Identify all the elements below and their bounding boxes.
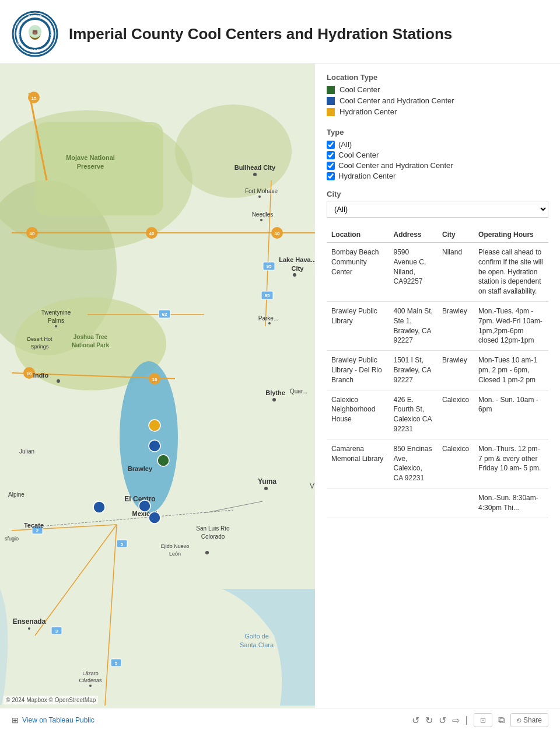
svg-text:PUBLIC: PUBLIC: [29, 15, 42, 18]
filter-title: Type: [327, 128, 548, 137]
row5-hours: Mon.-Thurs. 12 pm- 7 pm & every other Fr…: [474, 439, 548, 488]
forward-icon[interactable]: ⇨: [452, 715, 460, 726]
tableau-public-link[interactable]: View on Tableau Public: [22, 716, 94, 724]
col-hours: Operating Hours: [474, 227, 548, 243]
row4-hours: Mon. - Sun. 10am - 6pm: [474, 390, 548, 439]
refresh-icon[interactable]: ↺: [439, 715, 446, 726]
svg-text:Desert Hot: Desert Hot: [27, 336, 52, 342]
svg-point-109: [139, 500, 150, 512]
svg-text:Julian: Julian: [19, 448, 34, 455]
svg-text:Joshua Tree: Joshua Tree: [74, 334, 108, 340]
share-main-button[interactable]: ⎋ Share: [510, 713, 548, 727]
svg-text:10: 10: [152, 377, 158, 382]
redo-icon[interactable]: ↻: [425, 715, 433, 726]
page-header: PUBLIC HEALTH IMPERIAL COUNTY CALIFORNIA…: [0, 0, 560, 64]
footer-right[interactable]: ↺ ↻ ↺ ⇨ | ⊡ ⧉ ⎋ Share: [412, 713, 548, 727]
svg-text:City: City: [292, 265, 304, 272]
row1-location: Bombay Beach Community Center: [327, 243, 388, 302]
svg-point-94: [28, 627, 30, 630]
hydration-color: [327, 108, 335, 116]
row3-city: Brawley: [438, 351, 474, 390]
filter-cool-label: Cool Center: [338, 151, 379, 159]
svg-text:CALIFORNIA: CALIFORNIA: [50, 26, 52, 41]
svg-text:Preserve: Preserve: [77, 163, 104, 170]
svg-text:40: 40: [30, 231, 35, 236]
city-select[interactable]: (All) Brawley Calexico El Centro Niland …: [327, 201, 548, 218]
table-section: Location Address City Operating Hours Bo…: [327, 227, 548, 518]
svg-text:Lázaro: Lázaro: [82, 671, 99, 676]
svg-text:62: 62: [162, 312, 167, 317]
svg-point-107: [149, 420, 160, 431]
legend-item-hydration: Hydration Center: [327, 107, 548, 116]
city-filter-label: City: [327, 190, 548, 198]
row5-city: Calexico: [438, 439, 474, 488]
svg-text:40: 40: [149, 231, 155, 236]
svg-text:HEALTH: HEALTH: [29, 48, 41, 52]
row3-location: Brawley Public Library - Del Rio Branch: [327, 351, 388, 390]
row6-city: [438, 488, 474, 518]
table-header-row: Location Address City Operating Hours: [327, 227, 548, 243]
row4-address: 426 E. Fourth St, Calexico CA 92231: [388, 390, 438, 439]
map-svg: Mojave National Preserve Joshua Tree Nat…: [0, 64, 315, 706]
svg-point-90: [205, 551, 209, 554]
filter-all[interactable]: (All): [327, 140, 548, 149]
undo-icon[interactable]: ↺: [412, 715, 419, 726]
svg-text:40: 40: [275, 231, 280, 236]
svg-text:Yuma: Yuma: [258, 477, 276, 486]
col-location: Location: [327, 227, 388, 243]
svg-text:Santa Clara: Santa Clara: [240, 641, 274, 648]
svg-text:Twentynine: Twentynine: [41, 309, 71, 316]
table-row: Camarena Memorial Library 850 Encinas Av…: [327, 439, 548, 488]
svg-text:Mojave National: Mojave National: [66, 154, 115, 161]
filter-cool[interactable]: Cool Center: [327, 151, 548, 159]
svg-text:Blythe: Blythe: [265, 389, 285, 396]
table-row: Brawley Public Library - Del Rio Branch …: [327, 351, 548, 390]
row1-city: Niland: [438, 243, 474, 302]
svg-point-62: [260, 219, 262, 221]
svg-point-99: [89, 685, 92, 687]
row3-hours: Mon-Tues 10 am-1 pm, 2 pm - 6pm, Closed …: [474, 351, 548, 390]
svg-text:Cárdenas: Cárdenas: [79, 678, 102, 683]
svg-point-65: [293, 273, 296, 277]
legend-item-cool-hydration: Cool Center and Hydration Center: [327, 96, 548, 105]
filter-hydration[interactable]: Hydration Center: [327, 172, 548, 180]
legend-label-cool-hydration: Cool Center and Hydration Center: [340, 96, 454, 105]
svg-point-70: [55, 325, 57, 327]
svg-text:15: 15: [32, 96, 37, 101]
svg-point-112: [149, 440, 160, 452]
table-row: Calexico Neighborhood House 426 E. Fourt…: [327, 390, 548, 439]
row4-location: Calexico Neighborhood House: [327, 390, 388, 439]
svg-text:2: 2: [36, 528, 39, 533]
svg-text:Springs: Springs: [31, 344, 49, 350]
share-button[interactable]: ⊡: [474, 713, 492, 727]
share-icon: ⊡: [480, 716, 486, 724]
svg-point-60: [258, 196, 261, 198]
map-container[interactable]: Mojave National Preserve Joshua Tree Nat…: [0, 64, 315, 708]
copy-icon[interactable]: ⧉: [498, 715, 505, 725]
svg-text:Tecate: Tecate: [24, 522, 44, 529]
grid-icon: ⊞: [12, 715, 19, 725]
filter-cool-hydration-label: Cool Center and Hydration Center: [338, 161, 453, 170]
filter-hydration-label: Hydration Center: [338, 172, 396, 180]
filter-all-checkbox[interactable]: [327, 141, 335, 149]
svg-text:León: León: [169, 551, 181, 557]
filter-cool-hydration-checkbox[interactable]: [327, 162, 335, 170]
row4-city: Calexico: [438, 390, 474, 439]
filter-cool-checkbox[interactable]: [327, 151, 335, 159]
share-network-icon: ⎋: [517, 716, 521, 724]
svg-text:Quar...: Quar...: [290, 388, 307, 395]
svg-text:Palms: Palms: [48, 317, 64, 324]
row6-location: [327, 488, 388, 518]
legend-title: Location Type: [327, 73, 548, 82]
filter-all-label: (All): [338, 140, 352, 149]
filter-section: Type (All) Cool Center Cool Center and H…: [327, 128, 548, 180]
svg-point-111: [93, 501, 105, 513]
svg-text:V: V: [310, 482, 314, 490]
filter-hydration-checkbox[interactable]: [327, 172, 335, 180]
svg-text:Fort Mohave: Fort Mohave: [245, 188, 278, 194]
svg-text:95: 95: [265, 293, 270, 298]
svg-text:IMPERIAL COUNTY: IMPERIAL COUNTY: [18, 22, 20, 46]
logo: PUBLIC HEALTH IMPERIAL COUNTY CALIFORNIA…: [12, 11, 58, 57]
svg-text:Colorado: Colorado: [201, 533, 225, 540]
filter-cool-hydration[interactable]: Cool Center and Hydration Center: [327, 161, 548, 170]
